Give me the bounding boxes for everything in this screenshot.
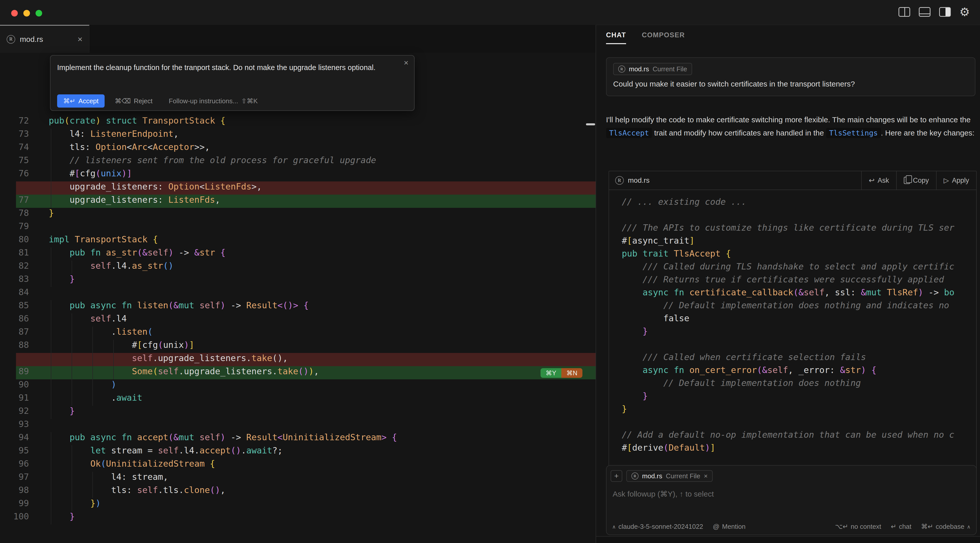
code-line[interactable]: pub trait TlsAccept {	[609, 248, 976, 261]
line-number: 92	[0, 406, 38, 419]
close-tab-icon[interactable]: ×	[78, 34, 83, 44]
tab-chat[interactable]: CHAT	[606, 31, 626, 44]
followup-instructions-button[interactable]: Follow-up instructions... ⇧⌘K	[169, 97, 258, 105]
code-line[interactable]: // Default implementation does nothing a…	[609, 300, 976, 313]
input-context-chip[interactable]: R mod.rs Current File ×	[626, 470, 713, 482]
code-line[interactable]: #[async_trait]	[609, 235, 976, 248]
ask-button[interactable]: ↩ Ask	[861, 171, 896, 189]
code-line[interactable]: 90 )	[0, 379, 596, 392]
code-line[interactable]: /// Returns true if certificates were su…	[609, 274, 976, 287]
add-context-button[interactable]: +	[611, 470, 622, 482]
apply-label: Apply	[952, 176, 969, 184]
tab-mod-rs[interactable]: R mod.rs ×	[0, 25, 89, 53]
line-number: 83	[0, 274, 38, 287]
line-number: 82	[0, 260, 38, 274]
code-line[interactable]: }	[609, 404, 976, 417]
followup-input[interactable]: Ask followup (⌘Y), ↑ to select	[612, 489, 972, 499]
code-block-header: R mod.rs ↩ Ask Copy ▷ Apply	[609, 171, 976, 190]
close-window-button[interactable]	[11, 10, 18, 16]
code-line[interactable]: 99 })	[0, 498, 596, 511]
line-number: 73	[0, 129, 38, 142]
followup-input-card[interactable]: + R mod.rs Current File × Ask followup (…	[606, 465, 977, 535]
reject-shortcut: ⌘⌫	[115, 97, 131, 105]
no-context-submit[interactable]: ⌥↵ no context	[835, 523, 881, 530]
split-editor-icon[interactable]	[899, 7, 910, 17]
code-line[interactable]: 89 Some(self.upgrade_listeners.take()),⌘…	[0, 366, 596, 379]
titlebar: ⚙	[0, 0, 980, 25]
code-line[interactable]: #[derive(Default)]	[609, 443, 976, 456]
code-line[interactable]: 76 #[cfg(unix)]	[0, 168, 596, 181]
code-line[interactable]: 92 }	[0, 406, 596, 419]
zoom-window-button[interactable]	[35, 10, 42, 16]
code-line[interactable]: 79	[0, 221, 596, 234]
remove-context-icon[interactable]: ×	[704, 472, 708, 480]
code-line[interactable]: /// The APIs to customize things like ce…	[609, 222, 976, 235]
accept-button[interactable]: ⌘↵ Accept	[57, 94, 105, 108]
line-number: 95	[0, 445, 38, 459]
minimize-window-button[interactable]	[23, 10, 30, 16]
chat-submit[interactable]: ↵ chat	[891, 523, 912, 530]
code-line[interactable]: 97 l4: stream,	[0, 472, 596, 485]
code-line[interactable]: // Default implementation does nothing	[609, 378, 976, 391]
code-line[interactable]: 95 let stream = self.l4.accept().await?;	[0, 445, 596, 459]
code-line[interactable]: async fn certificate_callback(&self, ssl…	[609, 287, 976, 300]
context-file-chip[interactable]: R mod.rs Current File	[613, 63, 692, 75]
code-line[interactable]: 72pub(crate) struct TransportStack {	[0, 116, 596, 129]
code-line[interactable]: 100 }	[0, 511, 596, 524]
code-line[interactable]: /// Called during TLS handshake to selec…	[609, 261, 976, 274]
code-line[interactable]: // ... existing code ...	[609, 197, 976, 210]
codebase-submit[interactable]: ⌘↵ codebase ∧	[921, 523, 970, 530]
code-line[interactable]	[609, 417, 976, 430]
code-line[interactable]: 81 pub fn as_str(&self) -> &str {	[0, 248, 596, 260]
toggle-bottom-panel-icon[interactable]	[919, 7, 931, 17]
code-line[interactable]: 75 // listeners sent from the old proces…	[0, 155, 596, 168]
code-line[interactable]: 86 self.l4	[0, 313, 596, 327]
code-line[interactable]: 91 .await	[0, 392, 596, 406]
code-line[interactable]: 98 tls: self.tls.clone(),	[0, 485, 596, 498]
code-line[interactable]: 85 pub async fn listen(&mut self) -> Res…	[0, 300, 596, 313]
assistant-text-part: I'll help modify the code to make certif…	[606, 116, 970, 124]
code-line[interactable]: upgrade_listeners: Option<ListenFds>,	[0, 181, 596, 195]
close-dialog-icon[interactable]: ×	[404, 58, 409, 67]
editor-code-area[interactable]: 72pub(crate) struct TransportStack {73 l…	[0, 116, 596, 524]
code-line[interactable]: 94 pub async fn accept(&mut self) -> Res…	[0, 432, 596, 445]
code-line[interactable]: 93	[0, 419, 596, 432]
code-line[interactable]: async fn on_cert_error(&self, _error: &s…	[609, 365, 976, 378]
no-context-shortcut: ⌥↵	[835, 523, 848, 530]
code-line[interactable]: 74 tls: Option<Arc<Acceptor>>,	[0, 142, 596, 155]
code-line[interactable]: }	[609, 391, 976, 404]
rust-file-icon: R	[615, 176, 624, 185]
line-number: 100	[0, 511, 38, 524]
code-line[interactable]: 80impl TransportStack {	[0, 234, 596, 248]
tab-composer[interactable]: COMPOSER	[642, 31, 685, 44]
chat-shortcut: ↵	[891, 523, 896, 530]
code-line[interactable]	[609, 210, 976, 222]
copy-button[interactable]: Copy	[896, 171, 936, 189]
settings-gear-icon[interactable]: ⚙	[959, 6, 970, 18]
code-line[interactable]: 87 .listen(	[0, 327, 596, 340]
code-line[interactable]: 78}	[0, 208, 596, 221]
code-line[interactable]: 73 l4: ListenerEndpoint,	[0, 129, 596, 142]
reject-hunk-badge[interactable]: ⌘N	[562, 368, 582, 378]
apply-button[interactable]: ▷ Apply	[936, 171, 976, 189]
code-editor[interactable]: 72pub(crate) struct TransportStack {73 l…	[0, 53, 596, 543]
chat-panel: CHAT COMPOSER R mod.rs Current File Coul…	[596, 25, 980, 543]
toggle-right-sidebar-icon[interactable]	[939, 7, 951, 17]
code-line[interactable]: /// Called when certificate selection fa…	[609, 352, 976, 365]
code-line[interactable]: 83 }	[0, 274, 596, 287]
code-line[interactable]	[609, 339, 976, 352]
code-line[interactable]: 82 self.l4.as_str()	[0, 260, 596, 274]
code-line[interactable]: 88 #[cfg(unix)]	[0, 340, 596, 353]
code-line[interactable]: 77 upgrade_listeners: ListenFds,	[0, 195, 596, 208]
code-line[interactable]: }	[609, 326, 976, 339]
mention-button[interactable]: @ Mention	[713, 523, 746, 530]
model-selector[interactable]: ∧ claude-3-5-sonnet-20241022	[612, 523, 703, 530]
copy-icon	[904, 177, 910, 184]
code-line[interactable]: 96 Ok(UninitializedStream {	[0, 459, 596, 472]
code-line[interactable]: // Add a default no-op implementation th…	[609, 430, 976, 443]
accept-hunk-badge[interactable]: ⌘Y	[541, 368, 562, 378]
code-line[interactable]: self.upgrade_listeners.take(),	[0, 353, 596, 366]
reject-button[interactable]: ⌘⌫ Reject	[115, 97, 152, 105]
code-line[interactable]: false	[609, 313, 976, 326]
code-line[interactable]: 84	[0, 287, 596, 300]
